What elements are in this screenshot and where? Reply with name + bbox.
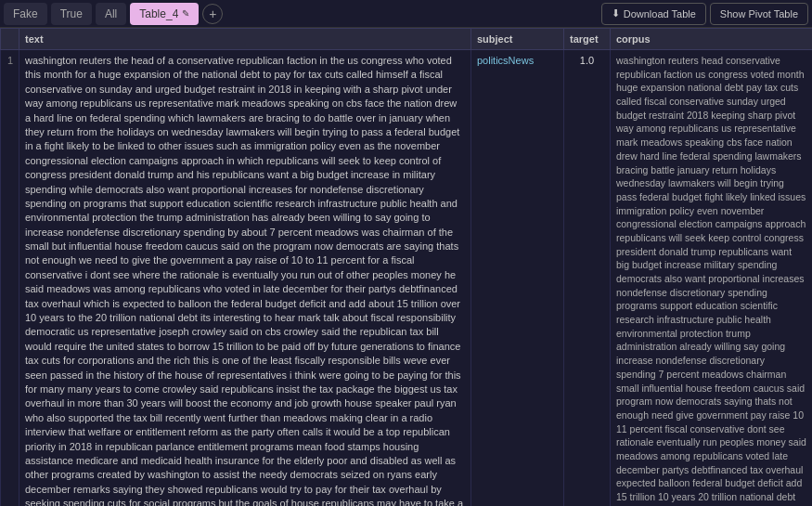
target-cell: 1.0: [564, 50, 611, 507]
tab-table4-label: Table_4: [139, 7, 178, 20]
download-button[interactable]: ⬇ Download Table: [601, 3, 706, 25]
tab-true[interactable]: True: [51, 3, 92, 25]
row-number: 1: [1, 50, 19, 507]
subject-cell: politicsNews: [471, 50, 564, 507]
table-row: 1 washington reuters the head of a conse…: [1, 50, 813, 507]
header-target[interactable]: target: [564, 29, 611, 50]
table-header-row: text subject target corpus: [1, 29, 813, 50]
tab-all[interactable]: All: [96, 3, 126, 25]
header-subject[interactable]: subject: [471, 29, 564, 50]
corpus-cell: washington reuters head conservative rep…: [611, 50, 813, 507]
edit-icon[interactable]: ✎: [182, 8, 189, 19]
pivot-button[interactable]: Show Pivot Table: [710, 3, 808, 25]
text-cell: washington reuters the head of a conserv…: [19, 50, 471, 507]
header-corpus[interactable]: corpus: [611, 29, 813, 50]
download-icon: ⬇: [612, 7, 620, 19]
header-num: [1, 29, 19, 50]
download-label: Download Table: [624, 8, 696, 19]
table-container: text subject target corpus 1 washington …: [0, 28, 812, 506]
header-text[interactable]: text: [19, 29, 471, 50]
add-tab-button[interactable]: +: [202, 4, 223, 24]
tab-table4[interactable]: Table_4 ✎: [130, 3, 199, 25]
tab-fake[interactable]: Fake: [4, 3, 47, 25]
data-table: text subject target corpus 1 washington …: [0, 28, 812, 506]
toolbar: Fake True All Table_4 ✎ + ⬇ Download Tab…: [0, 0, 812, 28]
